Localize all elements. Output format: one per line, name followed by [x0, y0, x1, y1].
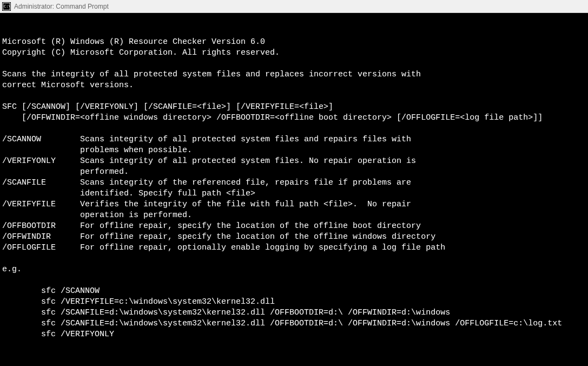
output-line: sfc /SCANNOW [2, 286, 586, 297]
output-line: problems when possible. [2, 145, 586, 156]
output-line: /OFFBOOTDIR For offline repair, specify … [2, 221, 586, 232]
output-line: operation is performed. [2, 210, 586, 221]
output-line [2, 275, 586, 286]
output-line: /VERIFYFILE Verifies the integrity of th… [2, 199, 586, 210]
output-line: sfc /VERIFYFILE=c:\windows\system32\kern… [2, 297, 586, 308]
titlebar-title: Administrator: Command Prompt [14, 3, 109, 10]
output-line: Copyright (C) Microsoft Corporation. All… [2, 48, 586, 58]
output-line: sfc /SCANFILE=d:\windows\system32\kernel… [2, 308, 586, 318]
titlebar[interactable]: C:\ Administrator: Command Prompt [0, 0, 588, 13]
svg-text:C:\: C:\ [4, 4, 11, 9]
output-line: [/OFFWINDIR=<offline windows directory> … [2, 113, 586, 123]
terminal-area[interactable]: Microsoft (R) Windows (R) Resource Check… [0, 13, 588, 366]
output-line [2, 58, 586, 69]
output-line: correct Microsoft versions. [2, 80, 586, 91]
output-line: e.g. [2, 264, 586, 275]
output-line: Scans the integrity of all protected sys… [2, 69, 586, 80]
output-line [2, 253, 586, 264]
output-line [2, 123, 586, 134]
output-line: /OFFLOGFILE For offline repair, optional… [2, 243, 586, 253]
output-line: SFC [/SCANNOW] [/VERIFYONLY] [/SCANFILE=… [2, 102, 586, 113]
output-line [2, 340, 586, 351]
output-line: sfc /VERIFYONLY [2, 329, 586, 340]
output-line: /SCANNOW Scans integrity of all protecte… [2, 134, 586, 145]
terminal-output: Microsoft (R) Windows (R) Resource Check… [2, 37, 586, 351]
output-line [2, 91, 586, 102]
output-line: sfc /SCANFILE=d:\windows\system32\kernel… [2, 318, 586, 329]
cmd-icon: C:\ [2, 2, 11, 11]
output-line: /SCANFILE Scans integrity of the referen… [2, 178, 586, 188]
output-line: identified. Specify full path <file> [2, 188, 586, 199]
output-line: /OFFWINDIR For offline repair, specify t… [2, 232, 586, 243]
output-line: performed. [2, 167, 586, 178]
output-line: /VERIFYONLY Scans integrity of all prote… [2, 156, 586, 167]
output-line: Microsoft (R) Windows (R) Resource Check… [2, 37, 586, 48]
